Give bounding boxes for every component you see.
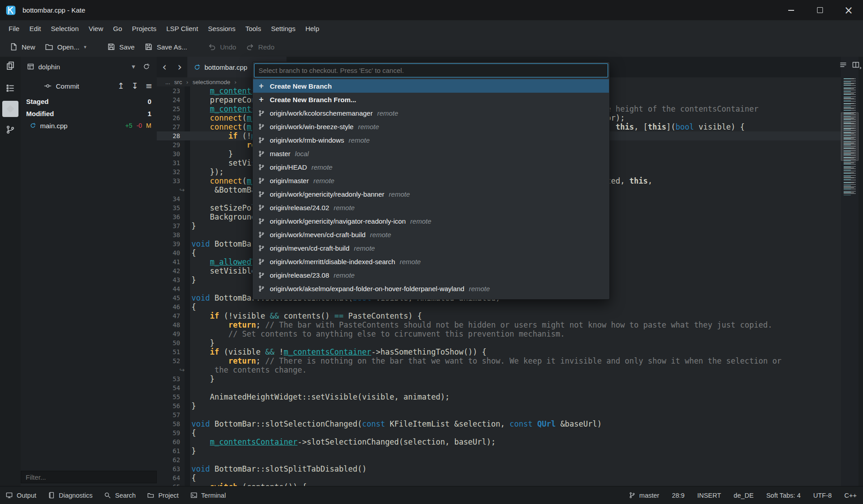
code-row[interactable]: 57 [157, 410, 841, 419]
modified-section[interactable]: Modified 1 [21, 108, 157, 120]
cursor-position[interactable]: 28:9 [666, 492, 691, 499]
branch-scope-tag: remote [313, 177, 335, 184]
menu-selection[interactable]: Selection [46, 22, 84, 35]
push-icon[interactable]: ↥ [118, 82, 124, 90]
code-row[interactable]: 58void BottomBar::slotSelectionChanged(c… [157, 419, 841, 428]
menu-sessions[interactable]: Sessions [203, 22, 241, 35]
git-icon [6, 104, 15, 113]
git-panel-button[interactable] [2, 101, 18, 117]
menu-settings[interactable]: Settings [266, 22, 300, 35]
save-as-button[interactable]: Save As... [140, 40, 192, 54]
project-panel-button[interactable]: Project [141, 486, 184, 504]
menu-help[interactable]: Help [300, 22, 324, 35]
breadcrumb-item-selectionmode[interactable]: selectionmode [192, 79, 230, 86]
document-list-icon[interactable] [840, 61, 847, 68]
diagnostics-panel-button[interactable]: Diagnostics [42, 486, 99, 504]
menu-lsp-client[interactable]: LSP Client [161, 22, 203, 35]
code-row[interactable]: 54 [157, 383, 841, 392]
forward-button[interactable]: › [172, 57, 187, 77]
branch-item[interactable]: origin/HEADremote [253, 160, 609, 174]
menu-projects[interactable]: Projects [127, 22, 161, 35]
branch-item[interactable]: origin/work/kcolorschememanagerremote [253, 106, 609, 120]
branch-item[interactable]: origin/work/rmb-windowsremote [253, 133, 609, 147]
branch-item[interactable]: origin/work/meven/cd-craft-buildremote [253, 228, 609, 241]
dictionary[interactable]: de_DE [727, 492, 760, 499]
code-row[interactable]: 47 if (!visible && contents() == PasteCo… [157, 311, 841, 320]
output-panel-button[interactable]: Output [0, 486, 42, 504]
code-row[interactable]: 65 switch (contents()) { [157, 482, 841, 486]
menu-edit[interactable]: Edit [24, 22, 46, 35]
split-view-icon[interactable] [852, 61, 859, 68]
open-button[interactable]: Open...▾ [40, 40, 91, 54]
save-button[interactable]: Save [102, 40, 140, 54]
branch-item[interactable]: origin/release/24.02remote [253, 201, 609, 214]
branch-action-item[interactable]: +Create New Branch [253, 79, 609, 93]
branch-action-item[interactable]: +Create New Branch From... [253, 93, 609, 106]
breadcrumb-item-src[interactable]: src [174, 79, 182, 86]
code-row[interactable]: 55 AnimatedHeightWidget::setVisible(visi… [157, 392, 841, 401]
minimap-viewport[interactable] [841, 112, 858, 161]
terminal-panel-button[interactable]: Terminal [185, 486, 232, 504]
breadcrumb-ellipsis[interactable]: ... [165, 79, 170, 86]
menu-file[interactable]: File [4, 22, 24, 35]
documents-panel-button[interactable] [2, 58, 18, 74]
git-menu-icon[interactable]: ≡ [145, 82, 152, 90]
branch-item[interactable]: origin/work/win-breeze-styleremote [253, 120, 609, 133]
undo-button[interactable]: Undo [203, 40, 241, 54]
code-row[interactable]: 49 // Set contents to anything else to c… [157, 329, 841, 338]
filter-input[interactable] [21, 471, 157, 483]
tab-settings[interactable]: Soft Tabs: 4 [760, 492, 807, 499]
code-row[interactable]: 46{ [157, 302, 841, 311]
encoding[interactable]: UTF-8 [807, 492, 838, 499]
code-row[interactable]: 62 [157, 455, 841, 464]
redo-button[interactable]: Redo [241, 40, 279, 54]
minimize-button[interactable] [777, 0, 805, 20]
commit-button[interactable]: Commit [44, 82, 79, 90]
new-button[interactable]: New [5, 40, 40, 54]
code-row[interactable]: 59{ [157, 428, 841, 437]
menu-tools[interactable]: Tools [241, 22, 266, 35]
menu-go[interactable]: Go [108, 22, 127, 35]
code-wrap-row[interactable]: ↪the contents change. [157, 365, 841, 374]
branch-filter-input[interactable] [254, 63, 608, 77]
search-panel-button[interactable]: Search [98, 486, 141, 504]
refresh-button[interactable] [140, 60, 153, 73]
staged-section[interactable]: Staged 0 [21, 95, 157, 108]
branch-item[interactable]: origin/work/merritt/disable-indexed-sear… [253, 255, 609, 268]
close-button[interactable]: × [834, 0, 863, 20]
toolbar-label: Redo [258, 43, 274, 51]
git-branch-indicator[interactable]: master [622, 492, 665, 499]
minimap-scrollbar[interactable] [841, 57, 858, 486]
code-row[interactable]: 50 } [157, 338, 841, 347]
branch-item[interactable]: masterlocal [253, 147, 609, 160]
branch-item[interactable]: origin/release/23.08remote [253, 268, 609, 282]
maximize-button[interactable] [805, 0, 834, 20]
back-button[interactable]: ‹ [157, 57, 172, 77]
code-row[interactable]: 60 m_contentsContainer->slotSelectionCha… [157, 437, 841, 446]
branch-item[interactable] [253, 295, 609, 299]
pull-icon[interactable]: ↧ [132, 82, 138, 90]
symbols-panel-button[interactable] [2, 80, 18, 96]
line-number: 62 [157, 455, 190, 464]
menu-view[interactable]: View [84, 22, 108, 35]
branch-item[interactable]: origin/work/genericity/readonly-bannerre… [253, 187, 609, 201]
code-row[interactable]: 56} [157, 401, 841, 410]
project-selector[interactable]: dolphin ▾ [24, 60, 138, 73]
code-row[interactable]: 53 } [157, 374, 841, 383]
git-branch-icon [257, 177, 265, 184]
code-row[interactable]: 63void BottomBar::slotSplitTabDisabled() [157, 464, 841, 473]
project-tree-panel-button[interactable] [2, 122, 18, 138]
branch-item[interactable]: origin/work/akselmo/expand-folder-on-hov… [253, 282, 609, 295]
syntax-language[interactable]: C++ [838, 492, 863, 499]
code-row[interactable]: 52 return; // There is nothing on the ba… [157, 356, 841, 365]
branch-item[interactable]: origin/meven/cd-craft-buildremote [253, 241, 609, 255]
branch-item[interactable]: origin/masterremote [253, 174, 609, 187]
code-row[interactable]: 51 if (visible && !m_contentsContainer->… [157, 347, 841, 356]
line-number: 33 [157, 176, 190, 185]
input-mode[interactable]: INSERT [691, 492, 727, 499]
branch-item[interactable]: origin/work/genericity/navigator-readonl… [253, 214, 609, 228]
code-row[interactable]: 61} [157, 446, 841, 455]
git-file-row[interactable]: main.cpp+5-0M [21, 120, 157, 131]
code-row[interactable]: 48 return; // The bar with PasteContents… [157, 320, 841, 329]
code-row[interactable]: 64{ [157, 473, 841, 482]
